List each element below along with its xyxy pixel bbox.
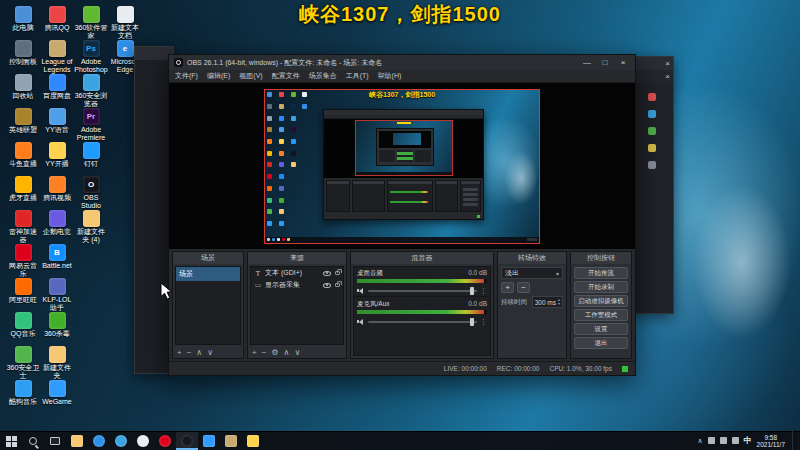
volume-slider-knob[interactable]	[470, 318, 474, 326]
source-item[interactable]: T文本 (GDI+)	[251, 267, 343, 279]
taskbar-yy[interactable]	[242, 432, 264, 450]
volume-slider[interactable]	[368, 290, 477, 292]
source-item[interactable]: ▭显示器采集	[251, 279, 343, 291]
desktop-icon[interactable]: 360安全卫士	[6, 346, 40, 380]
ime-indicator[interactable]: 中	[744, 435, 752, 446]
desktop-icon[interactable]: YY开播	[40, 142, 74, 168]
settings-button[interactable]: 设置	[574, 323, 628, 335]
close-button[interactable]: ×	[616, 55, 630, 70]
sources-toolbar-button[interactable]: −	[262, 348, 267, 357]
desktop-icon[interactable]: 百度网盘	[40, 74, 74, 100]
desktop-icon[interactable]: League of Legends	[40, 40, 74, 74]
desktop-icon[interactable]: 虎牙直播	[6, 176, 40, 202]
desktop-icon[interactable]: 钉钉	[74, 142, 108, 168]
desktop-icon[interactable]: YY语音	[40, 108, 74, 134]
taskbar-search[interactable]	[22, 432, 44, 450]
menu-item[interactable]: 视图(V)	[239, 71, 262, 81]
transition-select[interactable]: 淡出 ▾	[501, 267, 563, 279]
desktop-icon[interactable]: 新建文件夹 (4)	[74, 210, 108, 244]
desktop-icon[interactable]: 网易云音乐	[6, 244, 40, 278]
close-icon[interactable]: ×	[665, 72, 670, 81]
desktop-icon[interactable]: 回收站	[6, 74, 40, 100]
sources-toolbar-button[interactable]: ⚙	[271, 348, 278, 357]
spinner-arrows-icon[interactable]: ▴ ▾	[558, 298, 560, 306]
menu-item[interactable]: 工具(T)	[346, 71, 369, 81]
speaker-icon[interactable]	[357, 318, 365, 325]
volume-slider-knob[interactable]	[470, 287, 474, 295]
desktop-icon[interactable]: 企鹅电竞	[40, 210, 74, 236]
desktop-icon[interactable]: 控制面板	[6, 40, 40, 66]
menu-item[interactable]: 帮助(H)	[378, 71, 402, 81]
taskbar-wegame[interactable]	[198, 432, 220, 450]
remove-transition-button[interactable]: −	[517, 282, 530, 293]
desktop-icon[interactable]: QQ音乐	[6, 312, 40, 338]
visibility-icon[interactable]	[323, 283, 331, 288]
taskbar-task-view[interactable]	[44, 432, 66, 450]
desktop-icon[interactable]: 360安全浏览器	[74, 74, 108, 108]
virtual-camera-button[interactable]: 启动虚拟摄像机	[574, 295, 628, 307]
menu-item[interactable]: 场景集合	[309, 71, 337, 81]
scenes-toolbar-button[interactable]: +	[177, 348, 182, 357]
tray-expand-icon[interactable]: ∧	[697, 437, 702, 445]
channel-menu-icon[interactable]: ⋮	[480, 318, 487, 326]
lock-icon[interactable]	[335, 271, 340, 275]
taskbar-netease-music[interactable]	[154, 432, 176, 450]
sources-toolbar-button[interactable]: ∨	[294, 348, 300, 357]
desktop-icon[interactable]: KLP-LOL助手	[40, 278, 74, 312]
taskbar-file-explorer[interactable]	[66, 432, 88, 450]
desktop-icon[interactable]: OOBS Studio	[74, 176, 108, 210]
desktop-icon[interactable]: BBattle.net	[40, 244, 74, 270]
close-icon[interactable]: ×	[665, 59, 670, 68]
desktop-icon[interactable]: 新建文件夹	[40, 346, 74, 380]
sidebar-icon[interactable]	[648, 144, 656, 152]
desktop-icon[interactable]: 雷神加速器	[6, 210, 40, 244]
taskbar-clock[interactable]: 9:58 2021/11/7	[757, 434, 785, 448]
sources-toolbar-button[interactable]: +	[252, 348, 257, 357]
desktop-icon[interactable]: 阿里旺旺	[6, 278, 40, 304]
desktop-icon[interactable]: 腾讯视频	[40, 176, 74, 202]
taskbar-qq[interactable]	[132, 432, 154, 450]
desktop-icon[interactable]: PrAdobe Premiere	[74, 108, 108, 142]
volume-icon[interactable]	[720, 437, 727, 444]
scenes-toolbar-button[interactable]: −	[187, 348, 192, 357]
network-icon[interactable]	[708, 437, 715, 444]
maximize-button[interactable]: □	[598, 55, 612, 70]
start-streaming-button[interactable]: 开始推流	[574, 267, 628, 279]
antivirus-tray-icon[interactable]	[732, 437, 739, 444]
duration-spinner[interactable]: 300 ms ▴ ▾	[532, 296, 563, 308]
channel-menu-icon[interactable]: ⋮	[480, 287, 487, 295]
exit-button[interactable]: 退出	[574, 337, 628, 349]
obs-titlebar[interactable]: OBS 26.1.1 (64-bit, windows) - 配置文件: 未命名…	[169, 55, 635, 70]
scene-item[interactable]: 场景	[176, 267, 240, 281]
sidebar-icon[interactable]	[648, 161, 656, 169]
taskbar-start[interactable]	[0, 432, 22, 450]
desktop-icon[interactable]: 360杀毒	[40, 312, 74, 338]
sidebar-icon[interactable]	[648, 93, 656, 101]
taskbar-browser-360[interactable]	[110, 432, 132, 450]
desktop-icon[interactable]: 英雄联盟	[6, 108, 40, 134]
menu-item[interactable]: 文件(F)	[175, 71, 198, 81]
speaker-icon[interactable]	[357, 287, 365, 294]
start-recording-button[interactable]: 开始录制	[574, 281, 628, 293]
taskbar-edge[interactable]	[88, 432, 110, 450]
obs-preview-canvas[interactable]: 峡谷1307，剑指1500	[169, 83, 635, 249]
notification-center-strip[interactable]	[792, 431, 796, 450]
minimize-button[interactable]: —	[580, 55, 594, 70]
visibility-icon[interactable]	[323, 271, 331, 276]
sidebar-icon[interactable]	[648, 127, 656, 135]
desktop-icon[interactable]: 酷狗音乐	[6, 380, 40, 406]
desktop-icon[interactable]: WeGame	[40, 380, 74, 406]
sources-toolbar-button[interactable]: ∧	[284, 348, 290, 357]
desktop-icon[interactable]: PsAdobe Photoshop	[74, 40, 108, 74]
taskbar-league-of-legends[interactable]	[220, 432, 242, 450]
volume-slider[interactable]	[368, 321, 477, 323]
menu-item[interactable]: 配置文件	[272, 71, 300, 81]
add-transition-button[interactable]: +	[501, 282, 514, 293]
sidebar-icon[interactable]	[648, 110, 656, 118]
scenes-toolbar-button[interactable]: ∧	[196, 348, 202, 357]
menu-item[interactable]: 编辑(E)	[207, 71, 230, 81]
taskbar-obs-studio[interactable]	[176, 432, 198, 450]
studio-mode-button[interactable]: 工作室模式	[574, 309, 628, 321]
lock-icon[interactable]	[335, 283, 340, 287]
scenes-toolbar-button[interactable]: ∨	[207, 348, 213, 357]
